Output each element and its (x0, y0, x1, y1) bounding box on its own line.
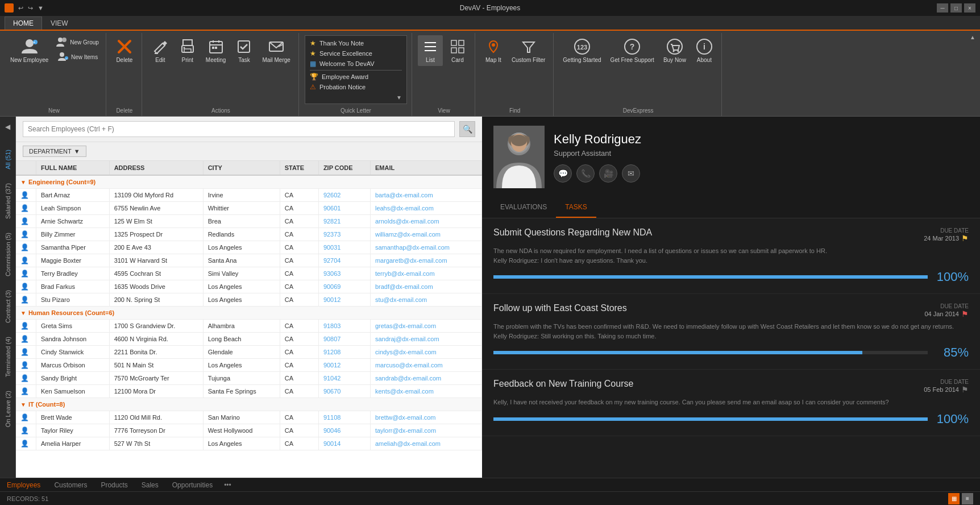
sidebar-filter-salaried[interactable]: Salaried (37) (3, 180, 13, 222)
zip-link[interactable]: 90046 (323, 427, 341, 434)
sidebar-filter-terminated[interactable]: Terminated (4) (3, 333, 13, 380)
search-input[interactable] (23, 121, 455, 137)
print-button[interactable]: Print (175, 35, 200, 66)
email-link[interactable]: leahs@dx-email.com (375, 205, 434, 212)
zip-link[interactable]: 91208 (323, 349, 341, 355)
zip-link[interactable]: 92704 (323, 257, 341, 264)
tab-view[interactable]: VIEW (42, 16, 77, 30)
zip-link[interactable]: 93063 (323, 270, 341, 277)
search-button[interactable]: 🔍 (459, 121, 475, 137)
table-row[interactable]: 👤 Ken Samuelson 12100 Mora Dr Santa Fe S… (16, 385, 482, 398)
probation-notice-item[interactable]: ⚠ Probation Notice (310, 82, 402, 92)
sidebar-filter-all[interactable]: All (51) (3, 146, 13, 173)
zip-link[interactable]: 91803 (323, 322, 341, 329)
quick-access-undo[interactable]: ↩ (18, 5, 23, 12)
email-link[interactable]: bradf@dx-email.com (375, 283, 433, 290)
department-button[interactable]: DEPARTMENT ▼ (23, 146, 86, 157)
chat-button[interactable]: 💬 (554, 164, 572, 183)
table-row[interactable]: 👤 Brad Farkus 1635 Woods Drive Los Angel… (16, 280, 482, 293)
zip-link[interactable]: 90601 (323, 205, 341, 212)
table-row[interactable]: 👤 Sandra Johnson 4600 N Virginia Rd. Lon… (16, 333, 482, 346)
table-group-row[interactable]: ▼Human Resources (Count=6) (16, 307, 482, 320)
ql-dropdown-arrow[interactable]: ▼ (310, 92, 402, 101)
zip-link[interactable]: 92373 (323, 231, 341, 238)
list-view-button[interactable]: List (418, 35, 443, 66)
zip-link[interactable]: 92821 (323, 218, 341, 225)
custom-filter-button[interactable]: Custom Filter (508, 35, 549, 66)
email-link[interactable]: cindys@dx-email.com (375, 349, 437, 355)
zip-link[interactable]: 90012 (323, 362, 341, 369)
col-address-header[interactable]: ADDRESS (109, 161, 203, 175)
task-button[interactable]: Task (231, 35, 256, 66)
table-row[interactable]: 👤 Stu Pizaro 200 N. Spring St Los Angele… (16, 293, 482, 307)
email-link[interactable]: terryb@dx-email.com (375, 270, 435, 277)
zip-link[interactable]: 90031 (323, 244, 341, 251)
email-link[interactable]: brettw@dx-email.com (375, 414, 436, 421)
buy-now-button[interactable]: Buy Now (660, 35, 690, 66)
col-fullname-header[interactable]: FULL NAME (36, 161, 110, 175)
zip-link[interactable]: 91108 (323, 414, 341, 421)
tab-sales[interactable]: Sales (139, 481, 161, 489)
more-tabs-button[interactable]: ••• (224, 481, 231, 489)
table-row[interactable]: 👤 Brett Wade 1120 Old Mill Rd. San Marin… (16, 411, 482, 424)
email-link[interactable]: gretas@dx-email.com (375, 322, 436, 329)
table-row[interactable]: 👤 Sandy Bright 7570 McGroarty Ter Tujung… (16, 372, 482, 385)
tab-employees[interactable]: Employees (5, 481, 43, 489)
col-city-header[interactable]: CITY (203, 161, 280, 175)
table-row[interactable]: 👤 Taylor Riley 7776 Torreyson Dr West Ho… (16, 424, 482, 437)
sidebar-filter-on-leave[interactable]: On Leave (2) (3, 387, 13, 431)
table-row[interactable]: 👤 Arnie Schwartz 125 W Elm St Brea CA 92… (16, 215, 482, 228)
email-link[interactable]: arnolds@dx-email.com (375, 218, 439, 225)
quick-access-redo[interactable]: ↪ (28, 5, 33, 12)
zip-link[interactable]: 92602 (323, 192, 341, 198)
tab-opportunities[interactable]: Opportunities (170, 481, 215, 489)
table-row[interactable]: 👤 Bart Arnaz 13109 Old Myford Rd Irvine … (16, 189, 482, 202)
quick-access-down[interactable]: ▼ (38, 5, 44, 11)
table-row[interactable]: 👤 Billy Zimmer 1325 Prospect Dr Redlands… (16, 228, 482, 241)
new-items-button[interactable]: + New Items (54, 50, 101, 64)
zip-link[interactable]: 90807 (323, 336, 341, 342)
col-zip-header[interactable]: ZIP CODE (318, 161, 370, 175)
col-email-header[interactable]: EMAIL (370, 161, 481, 175)
tab-customers[interactable]: Customers (52, 481, 89, 489)
email-link[interactable]: stu@dx-email.com (375, 296, 427, 303)
ribbon-collapse-button[interactable]: ▲ (967, 33, 978, 42)
service-excellence-item[interactable]: ★ Service Excellence (310, 48, 402, 59)
maximize-button[interactable]: □ (950, 3, 962, 13)
email-link[interactable]: sandraj@dx-email.com (375, 336, 439, 342)
table-row[interactable]: 👤 Greta Sims 1700 S Grandview Dr. Alhamb… (16, 320, 482, 333)
tab-home[interactable]: HOME (5, 16, 42, 30)
zip-link[interactable]: 90012 (323, 296, 341, 303)
sidebar-filter-contract[interactable]: Contract (3) (3, 287, 13, 326)
table-row[interactable]: 👤 Marcus Orbison 501 N Main St Los Angel… (16, 359, 482, 372)
employee-award-item[interactable]: 🏆 Employee Award (310, 72, 402, 82)
delete-button[interactable]: Delete (112, 35, 137, 66)
tab-tasks[interactable]: TASKS (556, 197, 596, 218)
email-link[interactable]: margaretb@dx-email.com (375, 257, 447, 264)
new-employee-button[interactable]: + New Employee (7, 35, 52, 66)
email-link[interactable]: taylorr@dx-email.com (375, 427, 436, 434)
table-row[interactable]: 👤 Terry Bradley 4595 Cochran St Simi Val… (16, 267, 482, 280)
table-row[interactable]: 👤 Maggie Boxter 3101 W Harvard St Santa … (16, 254, 482, 267)
table-group-row[interactable]: ▼IT (Count=8) (16, 398, 482, 411)
video-button[interactable]: 🎥 (599, 164, 617, 183)
call-button[interactable]: 📞 (576, 164, 595, 183)
minimize-button[interactable]: ─ (937, 3, 948, 13)
welcome-item[interactable]: ▦ Welcome To DevAV (310, 59, 402, 69)
email-link[interactable]: samanthap@dx-email.com (375, 244, 450, 251)
email-link[interactable]: barta@dx-email.com (375, 192, 433, 198)
email-link[interactable]: marcuso@dx-email.com (375, 362, 443, 369)
email-button[interactable]: ✉ (622, 164, 640, 183)
get-free-support-button[interactable]: ? Get Free Support (607, 35, 658, 66)
tab-evaluations[interactable]: EVALUATIONS (491, 197, 556, 218)
email-link[interactable]: ameliah@dx-email.com (375, 440, 441, 447)
new-group-button[interactable]: New Group (54, 35, 101, 49)
table-row[interactable]: 👤 Leah Simpson 6755 Newlin Ave Whittier … (16, 202, 482, 215)
col-state-header[interactable]: STATE (280, 161, 318, 175)
card-view-button[interactable]: Card (445, 35, 470, 66)
mail-merge-button[interactable]: Mail Merge (259, 35, 293, 66)
zip-link[interactable]: 90069 (323, 283, 341, 290)
thank-you-note-item[interactable]: ★ Thank You Note (310, 38, 402, 48)
getting-started-button[interactable]: 123 Getting Started (559, 35, 604, 66)
zip-link[interactable]: 90014 (323, 440, 341, 447)
